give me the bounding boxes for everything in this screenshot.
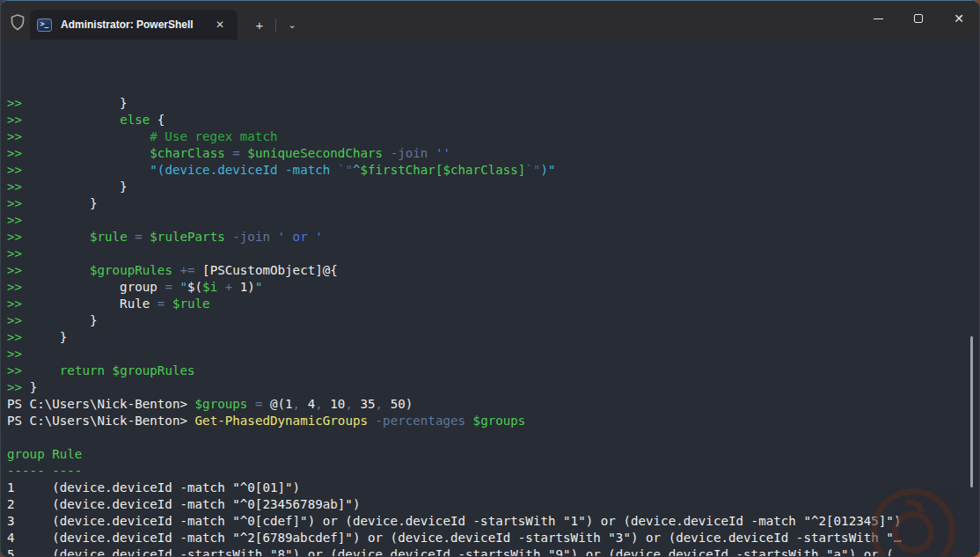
terminal-line: >> "(device.deviceId -match `"^$firstCha…: [7, 162, 979, 179]
terminal-line: ----- ----: [7, 463, 979, 480]
maximize-button[interactable]: [898, 1, 939, 36]
terminal-line: >> }: [7, 195, 979, 212]
terminal-window: >_ Administrator: PowerShell ✕ + ⌄ ✕ >> …: [0, 0, 980, 557]
terminal-line: group Rule: [7, 446, 979, 463]
admin-shield-icon: [9, 12, 26, 32]
divider: [275, 18, 276, 32]
terminal-line: 5 (device.deviceId -startsWith "8") or (…: [7, 546, 979, 556]
terminal-line: >> }: [7, 312, 979, 329]
tab-title: Administrator: PowerShell: [61, 18, 211, 31]
window-controls: ✕: [858, 1, 979, 36]
terminal-output[interactable]: >> }>> else {>> # Use regex match>> $cha…: [1, 40, 979, 556]
terminal-line: >> $groupRules += [PSCustomObject]@{: [7, 262, 979, 279]
terminal-line: [7, 429, 979, 446]
terminal-line: >>: [7, 246, 979, 262]
terminal-line: 3 (device.deviceId -match "^0[cdef]") or…: [7, 513, 979, 530]
powershell-icon: >_: [37, 18, 52, 32]
terminal-line: PS C:\Users\Nick-Benton> Get-PhasedDynam…: [7, 413, 979, 429]
minimize-icon: [874, 18, 883, 19]
tab-administrator-powershell[interactable]: >_ Administrator: PowerShell ✕: [30, 10, 238, 40]
minimize-button[interactable]: [858, 1, 898, 36]
terminal-line: >> else {: [7, 112, 979, 128]
new-tab-button[interactable]: +: [246, 13, 273, 36]
title-bar: >_ Administrator: PowerShell ✕ + ⌄ ✕: [1, 1, 979, 40]
terminal-line: >> $rule = $ruleParts -join ' or ': [7, 229, 979, 246]
terminal-line: >>: [7, 346, 979, 363]
tab-actions: + ⌄: [246, 10, 305, 40]
tab-close-icon[interactable]: ✕: [211, 16, 229, 33]
terminal-line: >> return $groupRules: [7, 363, 979, 379]
terminal-line: >> }: [7, 379, 979, 396]
maximize-icon: [914, 14, 923, 23]
terminal-line: >>: [7, 212, 979, 229]
terminal-line: PS C:\Users\Nick-Benton> $groups = @(1, …: [7, 396, 979, 413]
scrollbar-thumb[interactable]: [970, 336, 973, 487]
terminal-line: 4 (device.deviceId -match "^2[6789abcdef…: [7, 530, 979, 546]
close-button[interactable]: ✕: [939, 1, 979, 36]
terminal-line: >> $charClass = $uniqueSecondChars -join…: [7, 145, 979, 162]
chevron-down-icon[interactable]: ⌄: [279, 13, 305, 36]
terminal-line: >> Rule = $rule: [7, 296, 979, 312]
terminal-line: >> }: [7, 179, 979, 195]
terminal-line: >> # Use regex match: [7, 128, 979, 145]
terminal-line: >> }: [7, 95, 979, 112]
terminal-line: >> }: [7, 329, 979, 346]
terminal-line: 1 (device.deviceId -match "^0[01]"): [7, 480, 979, 496]
terminal-line: 2 (device.deviceId -match "^0[23456789ab…: [7, 496, 979, 513]
terminal-line: >> group = "$($i + 1)": [7, 279, 979, 296]
